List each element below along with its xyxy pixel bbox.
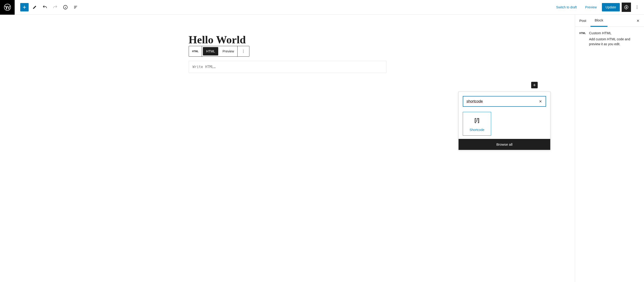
svg-point-3 <box>637 6 638 6</box>
html-block-editor[interactable] <box>189 61 386 73</box>
sidebar-tabs: Post Block <box>575 15 644 27</box>
toolbar-right: Switch to draft Preview Update <box>553 3 644 12</box>
browse-all-button[interactable]: Browse all <box>458 139 550 150</box>
shortcode-icon: [/] <box>474 117 480 123</box>
edit-mode-button[interactable] <box>30 3 39 12</box>
html-icon: HTML <box>579 31 586 47</box>
post-title[interactable]: Hello World <box>189 33 386 46</box>
vertical-dots-icon <box>241 49 246 53</box>
block-inserter-popover: [/] Shortcode Browse all <box>458 92 550 150</box>
block-result-label: Shortcode <box>470 128 484 132</box>
block-type-indicator[interactable]: HTML <box>189 47 202 55</box>
info-icon <box>63 5 68 10</box>
settings-sidebar: Post Block HTML Custom HTML Add custom H… <box>575 15 644 282</box>
svg-point-4 <box>637 7 638 8</box>
block-search-box <box>463 96 546 107</box>
outline-button[interactable] <box>72 3 80 12</box>
block-more-button[interactable] <box>238 47 249 55</box>
close-sidebar-button[interactable] <box>632 19 644 23</box>
tab-preview[interactable]: Preview <box>219 47 237 55</box>
block-description: Add custom HTML code and preview it as y… <box>589 37 640 47</box>
sidebar-tab-post[interactable]: Post <box>575 15 590 26</box>
inline-add-block-button[interactable] <box>531 82 538 88</box>
add-block-button[interactable] <box>20 3 28 12</box>
more-options-button[interactable] <box>633 3 641 12</box>
toolbar-left <box>15 3 80 12</box>
svg-point-0 <box>4 4 11 11</box>
wordpress-logo[interactable] <box>0 0 15 15</box>
details-button[interactable] <box>61 3 70 12</box>
pencil-icon <box>32 5 37 10</box>
vertical-dots-icon <box>635 5 639 10</box>
settings-button[interactable] <box>622 3 631 12</box>
svg-point-7 <box>243 51 244 52</box>
close-icon <box>538 99 542 103</box>
block-title: Custom HTML <box>589 31 640 35</box>
svg-point-2 <box>626 7 627 8</box>
block-result-shortcode[interactable]: [/] Shortcode <box>463 112 491 136</box>
svg-point-8 <box>243 52 244 53</box>
switch-to-draft-button[interactable]: Switch to draft <box>553 4 580 11</box>
update-button[interactable]: Update <box>602 3 620 12</box>
tab-html[interactable]: HTML <box>203 47 218 55</box>
svg-point-6 <box>243 50 244 50</box>
block-toolbar: HTML HTML Preview <box>189 46 250 57</box>
html-input-field[interactable] <box>193 65 382 69</box>
svg-point-5 <box>637 9 638 9</box>
top-toolbar: Switch to draft Preview Update <box>0 0 644 15</box>
sidebar-tab-block[interactable]: Block <box>590 15 608 27</box>
wordpress-icon <box>4 4 11 11</box>
plus-icon <box>22 5 27 10</box>
undo-icon <box>42 5 48 10</box>
preview-button[interactable]: Preview <box>582 4 600 11</box>
redo-button <box>51 3 59 12</box>
gear-icon <box>624 5 629 10</box>
clear-search-button[interactable] <box>538 99 542 103</box>
list-icon <box>73 5 78 10</box>
block-search-input[interactable] <box>466 99 538 103</box>
close-icon <box>636 19 640 23</box>
undo-button[interactable] <box>41 3 49 12</box>
plus-icon <box>532 83 536 87</box>
redo-icon <box>52 5 58 10</box>
editor-canvas: Hello World HTML HTML Preview <box>0 15 575 282</box>
